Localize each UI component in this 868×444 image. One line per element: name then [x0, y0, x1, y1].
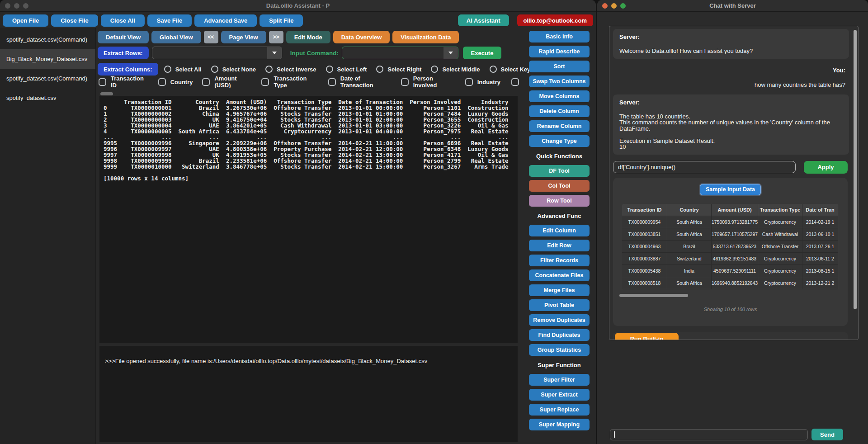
sidebar-function-button[interactable]: Edit Column [529, 225, 590, 236]
view-mode-button[interactable]: Default View [98, 31, 149, 43]
column-checkbox[interactable]: Transaction ID [99, 76, 149, 88]
select-option[interactable]: Select All [164, 66, 202, 73]
sidebar-function-button[interactable]: DF Tool [529, 165, 590, 177]
sidebar-function-button[interactable]: Change Type [529, 135, 590, 147]
radio-icon[interactable] [265, 66, 273, 73]
view-mode-button[interactable]: Global View [151, 31, 201, 43]
column-checkbox[interactable]: Country [158, 78, 193, 86]
view-mode-button[interactable]: >> [269, 31, 283, 43]
sidebar-function-button[interactable]: Sort [529, 61, 590, 72]
radio-icon[interactable] [490, 66, 497, 73]
checkbox-icon[interactable] [99, 78, 106, 86]
minimize-window-icon[interactable] [611, 3, 617, 9]
sidebar-function-button[interactable]: Super Filter [529, 374, 590, 386]
sidebar-function-button[interactable]: Super Mapping [529, 419, 590, 430]
view-mode-button[interactable]: Data Overview [333, 31, 390, 43]
chevron-down-icon[interactable] [267, 47, 282, 59]
file-list-item[interactable]: spotify_dataset.csv(Command) [0, 30, 95, 49]
toolbar-button[interactable]: Advanced Save [194, 14, 257, 27]
table-row[interactable]: TX0000003851 South Africa 1709657.171057… [622, 228, 838, 241]
radio-icon[interactable] [376, 66, 383, 73]
sidebar-function-button[interactable]: Rapid Describe [529, 46, 590, 57]
chevron-down-icon[interactable] [443, 47, 458, 59]
apply-button[interactable]: Apply [804, 161, 848, 174]
column-checkbox[interactable]: Transaction Type [261, 76, 318, 88]
sidebar-function-button[interactable]: Find Duplicates [529, 329, 590, 341]
sidebar-function-button[interactable]: Super Replace [529, 404, 590, 416]
toolbar-button[interactable]: Split File [259, 14, 303, 27]
execute-button[interactable]: Execute [463, 47, 501, 59]
file-list-item[interactable]: spotify_dataset.csv(Command) [0, 69, 95, 88]
table-row[interactable]: TX0000009954 South Africa 1750093.971328… [622, 216, 838, 228]
sidebar-function-button[interactable]: Row Tool [529, 195, 590, 207]
column-checkbox[interactable]: Date of Transaction [328, 76, 392, 88]
table-row[interactable]: TX0000005438 India 4509637.529091111 Cry… [622, 265, 838, 277]
chat-message-input[interactable] [610, 429, 808, 440]
view-mode-button[interactable]: Visualization Data [392, 31, 459, 43]
sidebar-function-button[interactable]: Super Extract [529, 389, 590, 401]
minimize-window-icon[interactable] [14, 3, 19, 9]
sidebar-function-button[interactable]: Super Function [529, 359, 590, 371]
close-window-icon[interactable] [602, 3, 608, 9]
ai-assistant-button[interactable]: AI Assistant [458, 14, 509, 26]
sidebar-function-button[interactable]: Rename Column [529, 120, 590, 132]
select-option[interactable]: Select None [211, 66, 256, 73]
toolbar-button[interactable]: Open File [3, 14, 48, 27]
window-controls[interactable] [5, 3, 28, 9]
table-row[interactable]: TX0000008518 South Africa 1696940.885219… [622, 277, 838, 289]
select-option[interactable]: Select Inverse [265, 66, 316, 73]
radio-icon[interactable] [326, 66, 333, 73]
file-list-item[interactable]: Big_Black_Money_Dataset.csv [0, 49, 95, 69]
toolbar-button[interactable]: Close File [51, 14, 98, 27]
zoom-window-icon[interactable] [620, 3, 626, 9]
sidebar-function-button[interactable]: Edit Row [529, 240, 590, 251]
sidebar-function-button[interactable]: Swap Two Columns [529, 76, 590, 87]
checkbox-icon[interactable] [328, 78, 336, 86]
account-button[interactable]: olllo.top@outlook.com [517, 14, 594, 26]
checkbox-icon[interactable] [261, 78, 269, 86]
radio-icon[interactable] [164, 66, 171, 73]
window-controls[interactable] [602, 3, 626, 9]
sidebar-function-button[interactable]: Col Tool [529, 180, 590, 192]
checkbox-icon[interactable] [401, 78, 409, 86]
close-window-icon[interactable] [5, 3, 10, 9]
console-output[interactable]: >>>File opened successfully, file name i… [99, 346, 518, 442]
sample-hscrollbar[interactable] [619, 294, 688, 297]
chat-vscrollbar[interactable] [854, 30, 857, 309]
sidebar-function-button[interactable]: Pivot Table [529, 299, 590, 311]
view-mode-button[interactable]: Edit Mode [286, 31, 330, 43]
sidebar-function-button[interactable]: Remove Duplicates [529, 314, 590, 326]
column-checkbox[interactable]: Person Involved [401, 76, 456, 88]
send-button[interactable]: Send [811, 429, 843, 440]
table-row[interactable]: TX0000004963 Brazil 533713.6178739523 Of… [622, 241, 838, 253]
column-checkbox[interactable]: Industry [465, 78, 500, 86]
zoom-window-icon[interactable] [23, 3, 28, 9]
select-option[interactable]: Select Left [326, 66, 367, 73]
sidebar-function-button[interactable]: Basic Info [529, 31, 590, 43]
select-option[interactable]: Select Middle [431, 66, 480, 73]
extract-columns-label[interactable]: Extract Columns: [98, 63, 158, 76]
sidebar-function-button[interactable]: Advanced Func [529, 210, 590, 222]
checkbox-icon[interactable] [465, 78, 473, 86]
input-command-combobox[interactable] [342, 47, 458, 59]
view-mode-button[interactable]: Page View [221, 31, 266, 43]
chat-history-panel[interactable]: Server: Welcome to Data.olllo! How can I… [609, 26, 859, 340]
sample-input-data-button[interactable]: Sample Input Data [700, 184, 760, 195]
extract-rows-combobox[interactable] [152, 47, 282, 59]
partial-checkbox-icon[interactable] [511, 78, 519, 86]
file-list-item[interactable]: spotify_dataset.csv [0, 88, 95, 108]
sidebar-function-button[interactable]: Group Statistics [529, 344, 590, 356]
sidebar-function-button[interactable]: Move Columns [529, 90, 590, 102]
radio-icon[interactable] [431, 66, 438, 73]
extract-rows-label[interactable]: Extract Rows: [98, 47, 149, 59]
sidebar-function-button[interactable]: Concatenate Files [529, 269, 590, 281]
view-mode-button[interactable]: << [204, 31, 218, 43]
sidebar-function-button[interactable]: Filter Records [529, 255, 590, 266]
toolbar-button[interactable]: Close All [101, 14, 145, 27]
column-checkbox[interactable]: Amount (USD) [202, 76, 252, 88]
run-builtin-button[interactable]: Run Built-in [615, 333, 679, 340]
sidebar-function-button[interactable]: Quick Functions [529, 150, 590, 162]
checkbox-icon[interactable] [202, 78, 210, 86]
table-row[interactable]: TX0000003887 Switzerland 4619362.3921514… [622, 253, 838, 265]
radio-icon[interactable] [211, 66, 218, 73]
